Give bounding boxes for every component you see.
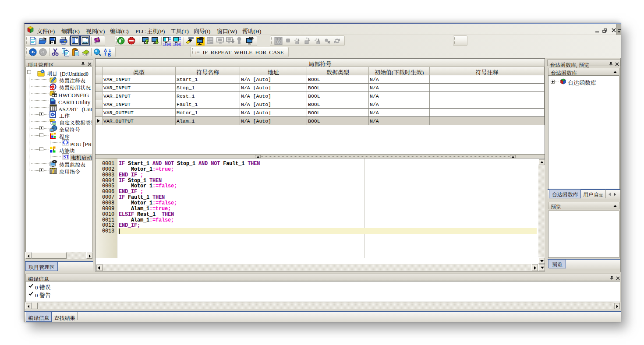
svg-text:10101: 10101 [173,43,181,46]
svg-text:ST: ST [63,154,69,159]
svg-text:2: 2 [278,40,280,44]
svg-text:B: B [108,53,111,56]
svg-text:10101: 10101 [163,43,171,46]
